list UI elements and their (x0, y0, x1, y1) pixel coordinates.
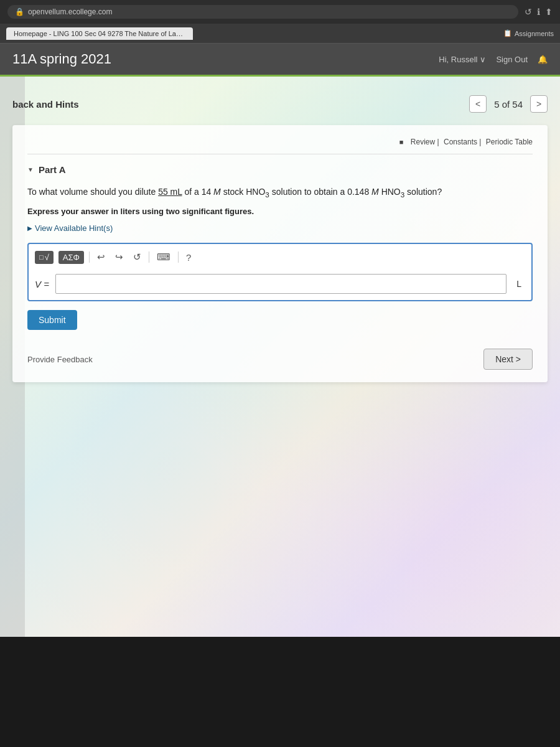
hints-label: back and Hints (12, 99, 79, 110)
content-area: back and Hints < 5 of 54 > ■ Review | Co… (0, 77, 560, 637)
review-bar: ■ Review | Constants | Periodic Table (27, 138, 533, 154)
pagination: < 5 of 54 > (469, 95, 548, 113)
sep1: | (437, 138, 439, 146)
keyboard-toolbar-button[interactable]: ⌨ (154, 250, 173, 264)
volume-value: 55 mL (158, 187, 182, 197)
page-title: 11A spring 2021 (12, 51, 111, 67)
toolbar-separator-1 (89, 251, 90, 263)
assignments-label: Assignments (515, 30, 554, 37)
hints-bar: back and Hints < 5 of 54 > (12, 89, 548, 119)
submit-button[interactable]: Submit (27, 310, 77, 330)
sep2: | (479, 138, 481, 146)
question-text: To what volume should you dilute 55 mL o… (27, 185, 533, 200)
constants-link[interactable]: Constants (444, 138, 477, 146)
math-icon: √ (45, 253, 49, 262)
toolbar-separator-2 (149, 251, 149, 263)
browser-url-bar[interactable]: 🔒 openvellum.ecollege.com (7, 5, 518, 19)
refresh-toolbar-button[interactable]: ↺ (131, 250, 144, 264)
browser-chrome: 🔒 openvellum.ecollege.com ↺ ℹ ⬆ (0, 0, 560, 24)
express-line: Express your answer in liters using two … (27, 207, 533, 216)
sqrt-icon: □ (39, 253, 44, 261)
chevron-icon: ∨ (480, 55, 486, 64)
greek-toolbar-button[interactable]: ΑΣΦ (58, 251, 84, 264)
question-card: ■ Review | Constants | Periodic Table ▼ … (12, 125, 548, 382)
answer-box: □ √ ΑΣΦ ↩ ↪ ↺ ⌨ ? V = L (27, 243, 533, 301)
bell-icon[interactable]: 🔔 (538, 55, 548, 64)
help-toolbar-button[interactable]: ? (184, 251, 194, 264)
main-card-wrapper: back and Hints < 5 of 54 > ■ Review | Co… (12, 89, 548, 382)
part-label: Part A (39, 164, 66, 175)
refresh-browser-icon[interactable]: ↺ (525, 7, 532, 17)
assignments-icon: 📋 (503, 29, 512, 37)
input-row: V = L (35, 274, 525, 294)
toolbar-separator-3 (178, 251, 179, 263)
undo-toolbar-button[interactable]: ↩ (95, 250, 108, 264)
next-button[interactable]: Next > (483, 349, 533, 370)
tab-bar: Homepage - LING 100 Sec 04 9278 The Natu… (0, 24, 560, 44)
header-right: Hi, Russell ∨ Sign Out 🔔 (439, 55, 548, 64)
greeting-text: Hi, Russell (439, 55, 477, 64)
view-hints-link[interactable]: ▶ View Available Hint(s) (27, 223, 533, 233)
redo-toolbar-button[interactable]: ↪ (113, 250, 126, 264)
periodic-table-link[interactable]: Periodic Table (486, 138, 533, 146)
sign-out-link[interactable]: Sign Out (496, 55, 528, 64)
provide-feedback-link[interactable]: Provide Feedback (27, 355, 93, 364)
info-browser-icon[interactable]: ℹ (537, 7, 540, 17)
next-page-button[interactable]: > (530, 95, 548, 113)
toolbar: □ √ ΑΣΦ ↩ ↪ ↺ ⌨ ? (35, 250, 525, 269)
v-label: V = (35, 279, 49, 289)
browser-icons: ↺ ℹ ⬆ (525, 7, 553, 17)
user-greeting: Hi, Russell ∨ (439, 55, 486, 64)
bottom-actions: Provide Feedback Next > (27, 349, 533, 370)
view-hints-text: View Available Hint(s) (35, 223, 113, 233)
answer-input[interactable] (55, 274, 506, 294)
view-hints-arrow-icon: ▶ (27, 225, 32, 232)
assignments-tab[interactable]: 📋 Assignments (503, 29, 554, 37)
share-browser-icon[interactable]: ⬆ (545, 7, 553, 17)
part-triangle-icon: ▼ (27, 166, 34, 173)
url-text: openvellum.ecollege.com (28, 7, 112, 16)
part-header: ▼ Part A (27, 164, 533, 175)
unit-label: L (513, 279, 525, 289)
active-tab[interactable]: Homepage - LING 100 Sec 04 9278 The Natu… (6, 27, 193, 40)
prev-page-button[interactable]: < (469, 95, 487, 113)
review-lock-icon: ■ (399, 138, 404, 146)
page-header: 11A spring 2021 Hi, Russell ∨ Sign Out 🔔 (0, 44, 560, 77)
math-toolbar-button[interactable]: □ √ (35, 251, 54, 264)
review-link[interactable]: Review (411, 138, 435, 146)
lock-icon: 🔒 (15, 7, 24, 16)
pagination-text: 5 of 54 (489, 99, 528, 110)
